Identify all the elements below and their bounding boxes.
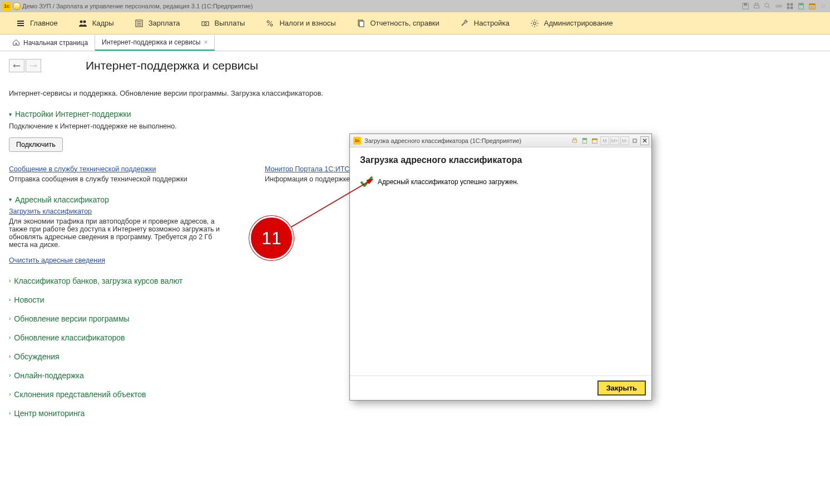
svg-rect-37 [583, 139, 586, 140]
chevron-right-icon: › [9, 410, 11, 416]
svg-rect-2 [754, 5, 759, 8]
menu-item-main[interactable]: Главное [6, 12, 68, 34]
svg-rect-3 [755, 3, 758, 6]
window-titlebar: 1c Демо ЗУП / Зарплата и управление перс… [0, 0, 830, 12]
svg-rect-9 [791, 3, 793, 6]
chevron-right-icon: › [9, 391, 11, 397]
dialog-calendar-icon[interactable] [590, 136, 599, 145]
dialog-close-button[interactable]: Закрыть [597, 381, 646, 396]
dialog-minimize-icon[interactable] [630, 136, 639, 145]
tab-internet-support[interactable]: Интернет-поддержка и сервисы × [95, 35, 215, 51]
wrench-icon [460, 18, 470, 28]
connect-button[interactable]: Подключить [9, 137, 63, 152]
svg-point-20 [80, 20, 82, 23]
window-title: Демо ЗУП / Зарплата и управление персона… [22, 3, 253, 9]
svg-rect-7 [779, 5, 782, 7]
clear-address-data-link[interactable]: Очистить адресные сведения [9, 256, 105, 264]
svg-text:31: 31 [811, 5, 814, 9]
svg-line-30 [268, 21, 272, 26]
menu-item-reports[interactable]: Отчетность, справки [346, 12, 449, 34]
print-icon[interactable] [752, 2, 761, 11]
section-title: Центр мониторинга [14, 409, 85, 418]
memory-mminus-icon[interactable]: M- [620, 136, 629, 145]
tech-support-link[interactable]: Сообщение в службу технической поддержки [9, 165, 156, 173]
menu-label: Главное [30, 19, 58, 27]
nav-back-button[interactable]: 🡐 [9, 59, 24, 72]
dialog-titlebar-text: Загрузка адресного классификатора (1С:Пр… [364, 137, 521, 144]
tab-active-label: Интернет-поддержка и сервисы [102, 38, 200, 46]
chevron-right-icon: › [9, 315, 11, 322]
menu-item-payments[interactable]: Выплаты [190, 12, 255, 34]
dialog-calc-icon[interactable] [580, 136, 589, 145]
tab-home-label: Начальная страница [23, 39, 88, 47]
close-tab-icon[interactable]: × [204, 38, 208, 46]
menu-item-taxes[interactable]: Налоги и взносы [255, 12, 345, 34]
svg-point-27 [204, 22, 206, 24]
svg-rect-35 [574, 138, 576, 140]
calendar-icon[interactable]: 31 [808, 2, 817, 11]
home-icon [12, 38, 20, 48]
menu-item-settings[interactable]: Настройка [449, 12, 520, 34]
section-title: Склонения представлений объектов [14, 390, 146, 399]
chevron-down-icon: ▾ [9, 196, 12, 202]
classifier-description: Для экономии трафика при автоподборе и п… [9, 218, 231, 249]
memory-m-icon[interactable]: M [600, 136, 609, 145]
load-classifier-link[interactable]: Загрузить классификатор [9, 207, 92, 215]
main-toolbar: Главное Кадры Зарплата Выплаты Налоги и … [0, 12, 830, 34]
its-monitor-link[interactable]: Монитор Портала 1С:ИТС [265, 165, 349, 173]
page-description: Интернет-сервисы и поддержка. Обновление… [9, 89, 821, 97]
section-monitoring[interactable]: ›Центр мониторинга [9, 409, 821, 418]
chevron-right-icon: › [9, 278, 11, 284]
section-title: Новости [14, 295, 44, 304]
grid-icon[interactable] [785, 2, 794, 11]
chevron-right-icon: › [9, 372, 11, 378]
tech-support-desc: Отправка сообщения в службу технической … [9, 175, 243, 183]
dialog-message: Адресный классификатор успешно загружен. [378, 178, 518, 186]
save-icon[interactable] [741, 2, 750, 11]
dialog-print-icon[interactable] [570, 136, 579, 145]
money-icon [200, 18, 210, 28]
checkmark-success-icon [360, 175, 373, 189]
link-icon[interactable] [774, 2, 783, 11]
gear-icon [530, 18, 540, 28]
app-1c-icon: 1c [2, 2, 11, 11]
nav-forward-button[interactable]: 🡒 [26, 59, 41, 72]
svg-point-28 [267, 21, 269, 23]
menu-label: Налоги и взносы [279, 19, 335, 27]
percent-icon [265, 18, 275, 28]
calc-icon[interactable] [797, 2, 806, 11]
svg-rect-32 [359, 21, 364, 27]
dialog-heading: Загрузка адресного классификатора [360, 155, 641, 165]
menu-item-personnel[interactable]: Кадры [68, 12, 124, 34]
chevron-right-icon: › [9, 353, 11, 359]
svg-point-29 [270, 24, 273, 26]
svg-rect-6 [776, 5, 779, 7]
svg-rect-34 [572, 140, 577, 142]
svg-rect-1 [744, 3, 747, 6]
tab-home[interactable]: Начальная страница [6, 35, 95, 51]
section-title: Классификатор банков, загрузка курсов ва… [14, 276, 182, 285]
support-status: Подключение к Интернет-поддержке не выпо… [9, 122, 821, 132]
dropdown-round-icon[interactable] [12, 2, 21, 11]
hamburger-icon [16, 18, 26, 28]
menu-item-admin[interactable]: Администрирование [520, 12, 623, 34]
menu-item-salary[interactable]: Зарплата [124, 12, 190, 34]
menu-label: Отчетность, справки [370, 19, 439, 27]
annotation-step-number: 11 [249, 216, 294, 260]
search-icon[interactable] [763, 2, 772, 11]
svg-rect-13 [799, 4, 803, 6]
people-icon [78, 18, 88, 28]
m-label-icon: M [819, 2, 828, 11]
svg-line-5 [768, 7, 770, 9]
svg-rect-39 [592, 139, 597, 140]
memory-mplus-icon[interactable]: M+ [610, 136, 619, 145]
dialog-close-icon[interactable]: ✕ [640, 136, 649, 145]
page-title: Интернет-поддержка и сервисы [86, 59, 258, 72]
svg-point-4 [765, 3, 769, 7]
svg-point-21 [83, 20, 86, 23]
dialog-titlebar[interactable]: 1c Загрузка адресного классификатора (1С… [350, 134, 651, 147]
svg-rect-40 [633, 139, 636, 142]
nav-buttons: 🡐 🡒 [9, 59, 41, 72]
section-head-support[interactable]: ▾ Настройки Интернет-поддержки [9, 110, 821, 118]
menu-label: Кадры [92, 19, 114, 27]
